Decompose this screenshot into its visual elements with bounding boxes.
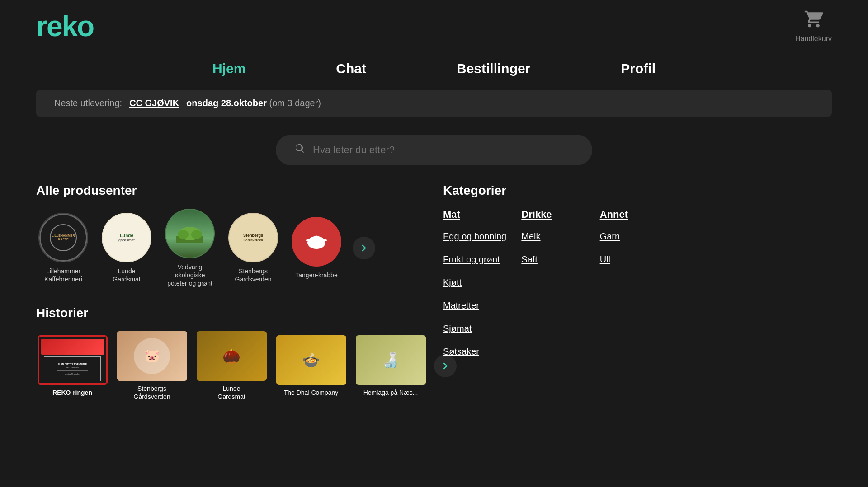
right-panel: Kategorier Mat Egg og honning Frukt og g…	[407, 183, 669, 401]
delivery-prefix: Neste utlevering:	[54, 98, 122, 108]
producer-avatar: LILLEHAMMERKAFFE	[38, 213, 88, 262]
delivery-bar: Neste utlevering: CC GJØVIK onsdag 28.ok…	[36, 90, 832, 117]
nav-item-chat[interactable]: Chat	[336, 61, 366, 76]
svg-point-11	[312, 239, 315, 242]
categories-grid: Mat Egg og honning Frukt og grønt Kjøtt …	[443, 209, 669, 370]
category-col-mat: Mat Egg og honning Frukt og grønt Kjøtt …	[443, 209, 512, 370]
svg-point-4	[307, 236, 326, 249]
producer-avatar	[165, 209, 215, 258]
producer-item[interactable]: Stenbergs Gårdsverden StenbergsGårdsverd…	[226, 213, 280, 283]
story-name: StenbergsGårdsverden	[134, 384, 170, 401]
category-link[interactable]: Egg og honning	[443, 231, 512, 242]
search-box	[276, 135, 592, 165]
story-name: REKO-ringen	[52, 389, 92, 397]
svg-rect-6	[323, 239, 327, 241]
category-header-annet[interactable]: Annet	[600, 209, 669, 220]
story-thumbnail: PLAN DITT VILT VENNMER REKO-RINGEN onsda…	[38, 335, 108, 385]
svg-rect-7	[307, 242, 310, 243]
category-link[interactable]: Søtsaker	[443, 347, 512, 357]
category-link[interactable]: Kjøtt	[443, 277, 512, 288]
main-nav: Hjem Chat Bestillinger Profil	[0, 52, 868, 90]
stories-title: Historier	[36, 306, 407, 320]
categories-title: Kategorier	[443, 183, 669, 198]
category-link[interactable]: Frukt og grønt	[443, 254, 512, 265]
cart-icon	[804, 9, 824, 33]
story-thumbnail: 🐷	[117, 331, 187, 381]
category-link[interactable]: Melk	[521, 231, 590, 242]
story-name: The Dhal Company	[284, 389, 339, 397]
category-link[interactable]: Ull	[600, 254, 669, 265]
main-content: Alle produsenter LILLEHAMMERKAFFE Lilleh…	[0, 174, 868, 410]
producer-name: LillehammerKaffebrenneri	[44, 267, 82, 283]
producer-name: Vedvangøkologiskepoteter og grønt	[167, 263, 212, 288]
category-header-drikke[interactable]: Drikke	[521, 209, 590, 220]
story-thumbnail: 🌰	[197, 331, 267, 381]
svg-point-2	[178, 230, 189, 239]
story-item[interactable]: 🌰 LundeGardsmat	[195, 331, 268, 401]
producer-name: Tangen-krabbe	[295, 271, 337, 279]
producer-item[interactable]: LILLEHAMMERKAFFE LillehammerKaffebrenner…	[36, 213, 90, 283]
category-header-mat[interactable]: Mat	[443, 209, 512, 220]
producers-section: Alle produsenter LILLEHAMMERKAFFE Lilleh…	[36, 183, 407, 288]
delivery-location[interactable]: CC GJØVIK	[129, 98, 179, 108]
header: reko Handlekurv	[0, 0, 868, 52]
producer-item[interactable]: Lunde gardsmat LundeGardsmat	[99, 213, 154, 283]
svg-rect-8	[323, 242, 326, 243]
svg-point-3	[191, 230, 202, 239]
left-panel: Alle produsenter LILLEHAMMERKAFFE Lilleh…	[36, 183, 407, 401]
delivery-date: onsdag 28.oktober (om 3 dager)	[186, 98, 321, 108]
story-item[interactable]: 🍲 The Dhal Company	[275, 335, 347, 397]
category-link[interactable]: Sjømat	[443, 323, 512, 334]
producer-name: LundeGardsmat	[113, 267, 140, 283]
logo[interactable]: reko	[36, 9, 94, 43]
producers-next-button[interactable]	[353, 237, 375, 259]
producers-title: Alle produsenter	[36, 183, 407, 198]
cart-label: Handlekurv	[795, 35, 832, 43]
story-item[interactable]: 🐷 StenbergsGårdsverden	[116, 331, 188, 401]
producer-avatar: Lunde gardsmat	[102, 213, 151, 262]
stories-section: Historier PLAN DITT VILT VENNMER REKO-RI…	[36, 306, 407, 401]
category-link[interactable]: Saft	[521, 254, 590, 265]
search-container	[0, 117, 868, 174]
svg-rect-10	[322, 244, 324, 245]
cart-button[interactable]: Handlekurv	[795, 9, 832, 43]
producers-row: LILLEHAMMERKAFFE LillehammerKaffebrenner…	[36, 209, 407, 288]
svg-rect-5	[306, 239, 310, 241]
producer-avatar: Stenbergs Gårdsverden	[228, 213, 278, 262]
nav-item-hjem[interactable]: Hjem	[212, 61, 245, 76]
producer-name: StenbergsGårdsverden	[235, 267, 272, 283]
search-input[interactable]	[313, 144, 574, 156]
category-link[interactable]: Matretter	[443, 300, 512, 311]
search-icon	[294, 143, 306, 157]
svg-point-12	[318, 239, 321, 242]
category-col-drikke: Drikke Melk Saft	[521, 209, 590, 370]
nav-item-profil[interactable]: Profil	[621, 61, 656, 76]
category-link[interactable]: Garn	[600, 231, 669, 242]
producer-item[interactable]: Vedvangøkologiskepoteter og grønt	[163, 209, 217, 288]
category-col-annet: Annet Garn Ull	[600, 209, 669, 370]
story-thumbnail: 🍶	[356, 335, 426, 385]
stories-row: PLAN DITT VILT VENNMER REKO-RINGEN onsda…	[36, 331, 407, 401]
story-name: LundeGardsmat	[217, 384, 245, 401]
producer-item[interactable]: Tangen-krabbe	[289, 217, 344, 279]
story-item[interactable]: PLAN DITT VILT VENNMER REKO-RINGEN onsda…	[36, 335, 108, 397]
nav-item-bestillinger[interactable]: Bestillinger	[457, 61, 530, 76]
story-thumbnail: 🍲	[276, 335, 346, 385]
producer-avatar	[292, 217, 341, 267]
svg-rect-9	[309, 244, 311, 245]
